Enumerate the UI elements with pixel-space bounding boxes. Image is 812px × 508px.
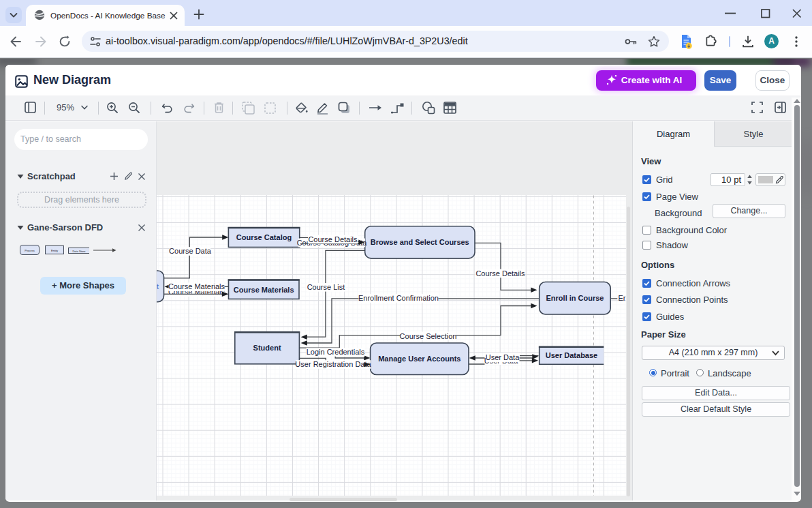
svg-text:Login Credentials: Login Credentials (307, 348, 365, 356)
svg-text:Manage User Accounts: Manage User Accounts (378, 355, 460, 363)
svg-text:Course Materials: Course Materials (234, 286, 294, 294)
svg-text:User Data: User Data (486, 353, 520, 361)
svg-text:Student: Student (253, 344, 281, 352)
svg-text:Browse and Select Courses: Browse and Select Courses (371, 238, 469, 246)
svg-text:Course Selection: Course Selection (400, 332, 457, 340)
svg-text:Enrollment Confirmation: Enrollment Confirmation (358, 294, 439, 302)
svg-text:Course Data: Course Data (169, 247, 212, 255)
svg-text:Course List: Course List (307, 283, 345, 291)
svg-text:User Database: User Database (546, 351, 597, 359)
svg-text:Enroll in Course: Enroll in Course (546, 294, 604, 302)
svg-text:User Registration Data: User Registration Data (295, 360, 371, 368)
svg-text:Course Details: Course Details (475, 269, 525, 278)
svg-text:Course Materials: Course Materials (168, 282, 225, 290)
svg-text:Er: Er (618, 294, 625, 302)
svg-text:t: t (157, 282, 159, 290)
svg-text:Course Details: Course Details (308, 235, 358, 243)
svg-text:Course Catalog: Course Catalog (236, 233, 292, 241)
